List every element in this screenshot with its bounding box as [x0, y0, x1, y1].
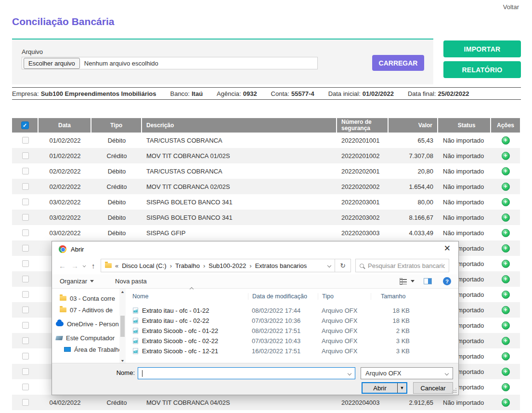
import-row-plus-icon[interactable] [502, 244, 510, 253]
import-row-plus-icon[interactable] [502, 275, 510, 283]
nav-up-icon[interactable]: ↑ [91, 262, 95, 270]
preview-pane-icon[interactable] [424, 278, 432, 284]
breadcrumb-segment-sub100-2022[interactable]: Sub100-2022 [208, 262, 246, 269]
row-checkbox[interactable] [22, 260, 29, 267]
row-checkbox[interactable] [22, 276, 29, 282]
import-row-plus-icon[interactable] [502, 291, 510, 299]
organizar-menu[interactable]: Organizar [60, 278, 94, 285]
file-column-tipo[interactable]: Tipo [318, 293, 371, 300]
import-row-plus-icon[interactable] [502, 260, 510, 268]
row-checkbox[interactable] [22, 229, 29, 236]
sidebar-item-03-conta-corrente[interactable]: 03 - Conta corre [52, 293, 119, 304]
sidebar-item-label: OneDrive - Person [67, 320, 119, 328]
row-checkbox[interactable] [22, 368, 29, 375]
breadcrumb-segment-disco-local[interactable]: Disco Local (C:) [122, 262, 166, 269]
import-row-plus-icon[interactable] [502, 183, 510, 191]
abrir-split-dropdown-icon[interactable]: ▼ [397, 383, 406, 393]
import-row-plus-icon[interactable] [502, 167, 510, 175]
cancelar-button[interactable]: Cancelar [413, 382, 453, 394]
import-row-plus-icon[interactable] [502, 306, 510, 314]
choose-file-button[interactable]: Escolher arquivo [24, 58, 80, 69]
row-checkbox[interactable] [22, 137, 29, 144]
column-header-numero-seguranca: Número de segurança [337, 118, 389, 133]
search-box[interactable] [355, 259, 449, 272]
sidebar-item-este-computador[interactable]: Este Computador [52, 332, 119, 344]
import-row-plus-icon[interactable] [502, 136, 510, 145]
row-checkbox[interactable] [22, 337, 29, 344]
close-icon[interactable]: ✕ [444, 244, 451, 253]
row-checkbox[interactable] [22, 183, 29, 190]
row-checkbox[interactable] [22, 152, 29, 159]
row-checkbox[interactable] [22, 245, 29, 252]
view-mode-dropdown-icon[interactable] [411, 280, 415, 282]
relatorio-button[interactable]: RELATÓRIO [443, 61, 521, 78]
file-row[interactable]: Extrato Sicoob - ofc - 12-21 16/02/2022 … [132, 346, 458, 356]
abrir-button[interactable]: Abrir ▼ [362, 382, 407, 394]
filename-input[interactable] [138, 367, 355, 379]
row-checkbox[interactable] [22, 399, 29, 406]
select-all-checkbox[interactable]: ✓ [21, 121, 29, 129]
filename-dropdown-chevron-icon[interactable] [348, 371, 351, 375]
scroll-up-icon[interactable]: ▲ [120, 290, 125, 293]
row-checkbox[interactable] [22, 306, 29, 313]
search-input[interactable] [368, 262, 445, 269]
scrollbar-thumb[interactable] [120, 316, 125, 337]
nav-back-icon[interactable]: ← [59, 262, 66, 270]
cell-status: Não importado [438, 148, 491, 163]
sidebar-scrollbar[interactable]: ▲ ▼ [119, 289, 126, 364]
organizar-label: Organizar [60, 278, 87, 285]
row-checkbox[interactable] [22, 322, 29, 329]
import-row-plus-icon[interactable] [502, 321, 510, 330]
file-type: Arquivo OFX [318, 327, 371, 334]
cell-status: Não importado [438, 194, 491, 210]
import-row-plus-icon[interactable] [502, 352, 510, 360]
resize-grip[interactable] [452, 388, 457, 393]
file-row[interactable]: Extrato Sicoob - ofc - 01-22 08/02/2022 … [132, 326, 458, 336]
row-checkbox[interactable] [22, 214, 29, 221]
nova-pasta-button[interactable]: Nova pasta [115, 278, 147, 285]
file-column-nome[interactable]: Nome [132, 293, 248, 300]
nav-forward-icon[interactable]: → [71, 262, 78, 270]
ofx-file-icon [132, 328, 139, 334]
breadcrumb[interactable]: « Disco Local (C:) › Trabalho › Sub100-2… [101, 259, 335, 272]
file-row[interactable]: Extrato itau - ofc - 02-22 07/03/2022 10… [132, 316, 458, 326]
table-row: 02/02/2022 Crédito MOV TIT COBRANCA 02/0… [12, 179, 520, 194]
carregar-button[interactable]: CARREGAR [372, 55, 424, 71]
sidebar-item-onedrive[interactable]: OneDrive - Person [52, 318, 119, 330]
file-column-tamanho[interactable]: Tamanho [371, 293, 416, 300]
breadcrumb-segment-extratos-bancarios[interactable]: Extratos bancarios [255, 262, 307, 269]
import-row-plus-icon[interactable] [502, 337, 510, 345]
file-row[interactable]: Extrato Sicoob - ofc - 02-22 07/03/2022 … [132, 336, 458, 346]
row-checkbox[interactable] [22, 384, 29, 390]
row-checkbox[interactable] [22, 353, 29, 360]
row-checkbox[interactable] [22, 199, 29, 205]
import-row-plus-icon[interactable] [502, 383, 510, 391]
file-row[interactable]: Extrato itau - ofc - 01-22 08/02/2022 17… [132, 306, 458, 316]
help-icon[interactable]: ? [443, 277, 451, 285]
row-checkbox[interactable] [22, 291, 29, 298]
nav-history-chevron-icon[interactable] [83, 264, 86, 267]
file-input[interactable]: Escolher arquivo Nenhum arquivo escolhid… [22, 57, 318, 69]
import-row-plus-icon[interactable] [502, 399, 510, 407]
sidebar-item-area-de-trabalho[interactable]: Área de Trabalho [52, 344, 119, 355]
ofx-file-icon [132, 318, 139, 324]
refresh-button[interactable]: ↻ [335, 259, 351, 272]
file-column-data-modificacao[interactable]: Data de modificação [248, 293, 318, 300]
table-row: 03/02/2022 Débito SISPAG GFIP 2022020300… [12, 225, 520, 240]
import-row-plus-icon[interactable] [502, 368, 510, 376]
folder-icon [60, 296, 66, 301]
scroll-down-icon[interactable]: ▼ [120, 359, 125, 362]
breadcrumb-segment-trabalho[interactable]: Trabalho [175, 262, 200, 269]
import-row-plus-icon[interactable] [502, 152, 510, 160]
importar-button[interactable]: IMPORTAR [443, 40, 521, 57]
breadcrumb-dropdown-chevron-icon[interactable] [327, 264, 331, 267]
view-mode-icon[interactable] [400, 279, 407, 284]
import-row-plus-icon[interactable] [502, 198, 510, 206]
back-link[interactable]: Voltar [503, 3, 519, 11]
file-type-select[interactable]: Arquivo OFX [361, 367, 453, 379]
import-row-plus-icon[interactable] [502, 213, 510, 222]
import-row-plus-icon[interactable] [502, 229, 510, 237]
row-checkbox[interactable] [22, 168, 29, 174]
sidebar-item-07-aditivos[interactable]: 07 - Aditivos de [52, 304, 119, 316]
cell-valor: 65,43 [389, 133, 438, 148]
